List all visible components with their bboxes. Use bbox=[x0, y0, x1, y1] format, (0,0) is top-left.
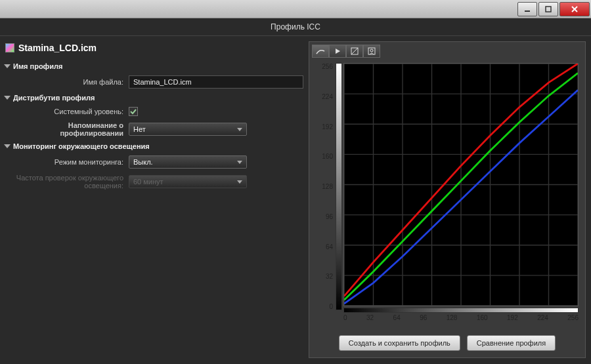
chevron-down-icon bbox=[237, 180, 242, 184]
svg-line-6 bbox=[351, 48, 358, 54]
section-monitoring[interactable]: Мониторинг окружающего освещения bbox=[4, 142, 303, 150]
chevron-down-icon bbox=[237, 128, 242, 131]
chart-panel: 2562241921601289664320 03264961281601922… bbox=[309, 41, 586, 358]
save-profile-button[interactable]: Создать и сохранить профиль bbox=[339, 335, 460, 351]
section-distribution[interactable]: Дистрибутив профиля bbox=[4, 94, 303, 102]
svg-rect-1 bbox=[546, 7, 551, 12]
label-reminder: Напоминание о профилировании bbox=[4, 121, 129, 137]
mode-dropdown[interactable]: Выкл. bbox=[129, 155, 247, 169]
filename-input[interactable] bbox=[129, 75, 303, 89]
label-mode: Режим мониторинга: bbox=[4, 158, 129, 166]
file-name: Stamina_LCD.icm bbox=[18, 43, 97, 53]
tool-brush[interactable] bbox=[312, 45, 329, 58]
system-level-checkbox[interactable] bbox=[129, 107, 138, 116]
icc-file-icon bbox=[5, 43, 14, 52]
svg-marker-4 bbox=[336, 49, 340, 54]
collapse-icon bbox=[4, 144, 11, 148]
y-axis: 2562241921601289664320 bbox=[312, 60, 336, 329]
freq-dropdown: 60 минут bbox=[129, 175, 247, 188]
x-axis: 0326496128160192224256 bbox=[343, 313, 582, 329]
gradient-bar-horizontal bbox=[343, 308, 579, 313]
collapse-icon bbox=[4, 96, 11, 100]
window-subtitle: Профиль ICC bbox=[0, 18, 591, 36]
reminder-dropdown[interactable]: Нет bbox=[129, 123, 247, 136]
chart-plot bbox=[343, 63, 579, 306]
tool-play[interactable] bbox=[329, 45, 346, 58]
close-button[interactable] bbox=[559, 2, 590, 16]
titlebar bbox=[0, 0, 591, 18]
compare-profile-button[interactable]: Сравнение профиля bbox=[467, 335, 556, 351]
file-header: Stamina_LCD.icm bbox=[4, 43, 303, 53]
chart-toolbar bbox=[312, 45, 582, 58]
chevron-down-icon bbox=[237, 161, 242, 164]
svg-point-8 bbox=[370, 49, 373, 52]
section-profile-name[interactable]: Имя профиля bbox=[4, 62, 303, 70]
gradient-bar-vertical bbox=[336, 63, 342, 310]
label-filename: Имя файла: bbox=[4, 78, 129, 86]
tool-portrait[interactable] bbox=[363, 45, 380, 58]
collapse-icon bbox=[4, 64, 11, 68]
label-system-level: Системный уровень: bbox=[4, 108, 129, 115]
minimize-button[interactable] bbox=[517, 2, 537, 16]
label-freq: Частота проверок окружающего освещения: bbox=[4, 174, 129, 190]
maximize-button[interactable] bbox=[538, 2, 558, 16]
left-panel: Stamina_LCD.icm Имя профиля Имя файла: Д… bbox=[0, 36, 309, 363]
tool-contrast[interactable] bbox=[346, 45, 363, 58]
